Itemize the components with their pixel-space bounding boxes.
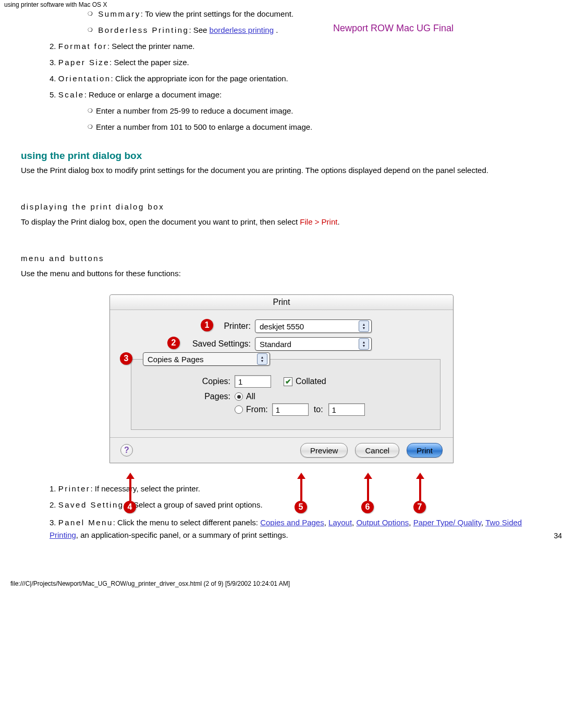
section-intro: Use the Print dialog box to modify print… [21,165,542,176]
bullet-text: Enter a number from 101 to 500 to enlarg… [96,122,312,131]
arrow-icon [300,478,302,501]
bullet-icon: ❍ [88,10,96,17]
bullet-text: Enter a number from 25-99 to reduce a do… [96,106,293,115]
arrow-icon [367,478,369,501]
printer-value: deskjet 5550 [260,322,354,331]
print-dialog: Print 1 Printer: deskjet 5550 ▲▼ 2 Saved… [109,294,454,463]
list-label: Orientation [58,74,111,83]
dialog-title: Print [110,295,453,310]
collated-label: Collated [296,377,326,386]
bullet-after: . [274,26,278,34]
menu-print: Print [322,217,338,226]
sub2-text: Use the menu and buttons for these funct… [21,268,542,279]
pages-all-radio[interactable] [235,392,243,401]
all-label: All [246,392,255,401]
scale-bullets: ❍Enter a number from 25-99 to reduce a d… [21,106,542,131]
arrow-icon [419,478,421,501]
list-text: : Click the appropriate icon for the pag… [111,74,288,83]
bullet-icon: ❍ [88,124,96,130]
numbered-top: 2. Format for: Select the printer name. … [21,42,542,99]
bullet-label: Summary [98,9,141,18]
page-number: 34 [554,530,562,541]
menu-gt: > [313,217,322,226]
list-label: Format for [58,42,107,51]
list-tail: , an application-specific panel, or a su… [76,530,288,539]
list-num: 1. [50,484,56,493]
panel-link[interactable]: Paper Type/ Quality [413,518,481,527]
printer-popup[interactable]: deskjet 5550 ▲▼ [255,319,372,333]
list-num: 5. [50,90,56,99]
list-text: : Select the paper size. [109,58,189,67]
list-label: Scale [58,90,84,99]
panel-box: 3 Copies & Pages ▲▼ Copies: 1 ✔ Collated… [131,359,440,430]
collated-checkbox[interactable]: ✔ [284,377,292,386]
bullet-label: Borderless Printing [98,26,189,34]
button-bar: ? Preview Cancel Print [110,437,453,463]
bullet-text: : To view the print settings for the doc… [141,9,293,18]
from-input[interactable]: 1 [272,403,309,416]
subsection-heading: menu and buttons [21,254,542,263]
sub1-text: To display the Print dialog box, open th… [21,216,542,228]
text: . [337,217,339,226]
panel-menu-value: Copies & Pages [148,355,253,364]
chevron-updown-icon: ▲▼ [359,320,369,332]
list-label: Panel Menu [58,518,113,527]
list-text: : Select a group of saved print options. [129,500,263,509]
borderless-link[interactable]: borderless printing [210,26,274,34]
watermark: Newport ROW Mac UG Final [333,23,454,34]
arrow-icon [129,478,131,501]
copies-label: Copies: [137,377,235,386]
saved-settings-label: Saved Settings: [110,339,255,349]
list-label: Saved Settings [58,500,129,509]
panel-link[interactable]: Output Options [356,518,409,527]
bullet-text: : See [189,26,209,34]
bullet-icon: ❍ [88,107,96,114]
print-dialog-figure: Print 1 Printer: deskjet 5550 ▲▼ 2 Saved… [109,294,454,463]
list-num: 2. [50,42,56,51]
bullet-icon: ❍ [88,27,96,33]
pages-label: Pages: [137,392,235,401]
copies-input[interactable]: 1 [235,375,271,388]
print-button[interactable]: Print [407,443,443,458]
list-text: : Click the menu to select different pan… [113,518,260,527]
panel-link[interactable]: Layout [328,518,352,527]
to-label: to: [314,405,323,414]
top-bullet-list: ❍ Summary: To view the print settings fo… [21,9,542,34]
list-label: Printer [58,484,91,493]
subsection-heading: displaying the print dialog box [21,202,542,211]
list-num: 2. [50,500,56,509]
help-button[interactable]: ? [120,444,133,456]
printer-label: Printer: [110,322,255,331]
footer-path: file:///C|/Projects/Newport/Mac_UG_ROW/u… [0,549,563,593]
panel-menu-popup[interactable]: Copies & Pages ▲▼ [143,352,270,366]
saved-settings-value: Standard [260,340,354,349]
callout-3: 3 [120,352,132,365]
preview-button[interactable]: Preview [300,443,348,458]
chevron-updown-icon: ▲▼ [257,353,267,365]
header-path: using printer software with Mac OS X [0,0,563,9]
list-text: : Reduce or enlarge a document image: [84,90,222,99]
to-input[interactable]: 1 [328,403,365,416]
list-num: 3. [50,58,56,67]
list-text: : If necessary, select the printer. [90,484,200,493]
panel-link[interactable]: Copies and Pages [260,518,324,527]
section-heading: using the print dialog box [21,150,542,162]
text: To display the Print dialog box, open th… [21,217,300,226]
pages-from-radio[interactable] [235,405,243,414]
menu-file: File [300,217,312,226]
from-label: From: [246,405,268,414]
chevron-updown-icon: ▲▼ [359,338,369,350]
cancel-button[interactable]: Cancel [355,443,399,458]
saved-settings-popup[interactable]: Standard ▲▼ [255,337,372,351]
list-num: 3. [50,518,56,527]
list-label: Paper Size [58,58,109,67]
list-text: : Select the printer name. [107,42,195,51]
list-num: 4. [50,74,56,83]
numbered-bottom: 1. Printer: If necessary, select the pri… [21,484,542,541]
